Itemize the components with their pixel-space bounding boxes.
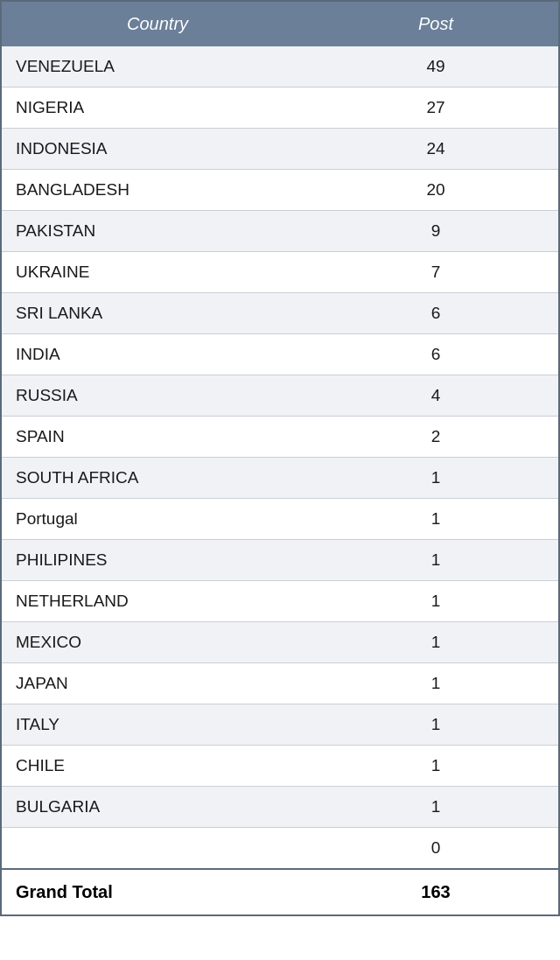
post-cell: 1 — [313, 787, 558, 828]
table-row: UKRAINE7 — [2, 252, 558, 293]
grand-total-value: 163 — [313, 869, 558, 914]
table-body: VENEZUELA49NIGERIA27INDONESIA24BANGLADES… — [2, 46, 558, 869]
table-row: 0 — [2, 828, 558, 870]
table-row: BULGARIA1 — [2, 787, 558, 828]
post-cell: 49 — [313, 46, 558, 88]
country-cell: NETHERLAND — [2, 581, 313, 622]
table-row: INDIA6 — [2, 334, 558, 375]
table-row: ITALY1 — [2, 704, 558, 746]
table-row: NETHERLAND1 — [2, 581, 558, 622]
table-row: PHILIPINES1 — [2, 540, 558, 581]
post-cell: 6 — [313, 334, 558, 375]
post-cell: 4 — [313, 375, 558, 417]
table-row: NIGERIA27 — [2, 88, 558, 129]
country-cell: PAKISTAN — [2, 211, 313, 252]
table-row: SPAIN2 — [2, 417, 558, 458]
table-row: MEXICO1 — [2, 622, 558, 663]
country-post-table: Country Post VENEZUELA49NIGERIA27INDONES… — [2, 2, 558, 914]
country-cell: INDONESIA — [2, 129, 313, 170]
country-cell: SRI LANKA — [2, 293, 313, 334]
main-table-container: Country Post VENEZUELA49NIGERIA27INDONES… — [0, 0, 560, 916]
table-row: RUSSIA4 — [2, 375, 558, 417]
post-cell: 6 — [313, 293, 558, 334]
country-cell: RUSSIA — [2, 375, 313, 417]
post-cell: 1 — [313, 581, 558, 622]
country-cell: BULGARIA — [2, 787, 313, 828]
country-cell: MEXICO — [2, 622, 313, 663]
grand-total-row: Grand Total 163 — [2, 869, 558, 914]
country-cell: ITALY — [2, 704, 313, 746]
post-cell: 0 — [313, 828, 558, 870]
country-cell: PHILIPINES — [2, 540, 313, 581]
table-header-row: Country Post — [2, 2, 558, 46]
country-cell: SOUTH AFRICA — [2, 458, 313, 499]
post-cell: 1 — [313, 622, 558, 663]
table-row: SOUTH AFRICA1 — [2, 458, 558, 499]
post-cell: 2 — [313, 417, 558, 458]
post-cell: 1 — [313, 499, 558, 540]
country-cell: UKRAINE — [2, 252, 313, 293]
country-column-header: Country — [2, 2, 313, 46]
table-row: PAKISTAN9 — [2, 211, 558, 252]
post-cell: 1 — [313, 663, 558, 704]
post-cell: 1 — [313, 458, 558, 499]
country-cell: BANGLADESH — [2, 170, 313, 211]
post-cell: 24 — [313, 129, 558, 170]
country-cell: CHILE — [2, 746, 313, 787]
country-cell: SPAIN — [2, 417, 313, 458]
grand-total-label: Grand Total — [2, 869, 313, 914]
post-cell: 1 — [313, 704, 558, 746]
country-cell: VENEZUELA — [2, 46, 313, 88]
country-cell — [2, 828, 313, 870]
post-cell: 1 — [313, 746, 558, 787]
post-cell: 27 — [313, 88, 558, 129]
country-cell: INDIA — [2, 334, 313, 375]
table-row: JAPAN1 — [2, 663, 558, 704]
post-cell: 1 — [313, 540, 558, 581]
table-row: BANGLADESH20 — [2, 170, 558, 211]
post-cell: 20 — [313, 170, 558, 211]
table-row: VENEZUELA49 — [2, 46, 558, 88]
table-row: INDONESIA24 — [2, 129, 558, 170]
post-cell: 7 — [313, 252, 558, 293]
post-cell: 9 — [313, 211, 558, 252]
post-column-header: Post — [313, 2, 558, 46]
table-row: Portugal1 — [2, 499, 558, 540]
country-cell: JAPAN — [2, 663, 313, 704]
country-cell: NIGERIA — [2, 88, 313, 129]
table-row: SRI LANKA6 — [2, 293, 558, 334]
table-row: CHILE1 — [2, 746, 558, 787]
country-cell: Portugal — [2, 499, 313, 540]
